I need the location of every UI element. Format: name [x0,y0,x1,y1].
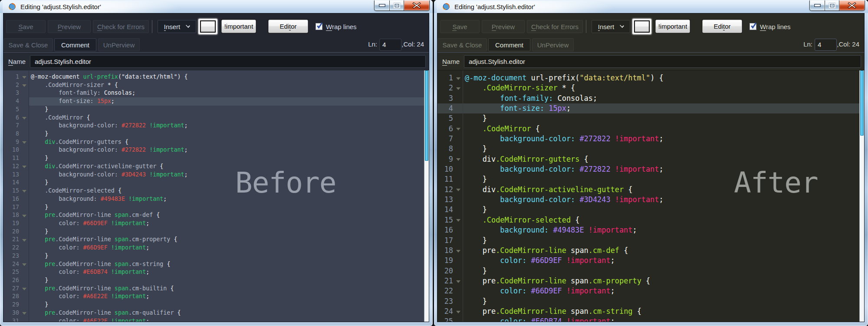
name-label: Name [442,53,460,70]
close-icon[interactable] [404,0,430,11]
scrollbar-thumb[interactable] [425,70,428,161]
fold-arrow-icon[interactable] [22,84,26,87]
save-button[interactable]: Save [6,20,46,33]
unperview-button[interactable]: UnPerview [532,38,574,51]
fold-arrow-icon[interactable] [456,158,460,161]
name-row: Name adjust.Stylish.editor [3,52,429,70]
line-number: 4 [3,97,19,106]
line-number: 24 [437,306,453,316]
vertical-scrollbar[interactable] [424,70,429,322]
column-label: ,Col: 24 [837,38,859,51]
toolbar-separator [586,20,586,33]
line-number: 21 [3,236,19,244]
comment-button[interactable]: Comment [54,38,96,51]
line-number: 2 [437,83,453,93]
fold-arrow-icon[interactable] [456,280,460,283]
save-and-close-button[interactable]: Save & Close [437,38,487,51]
editor-button[interactable]: Editor [268,20,308,33]
line-number: 7 [437,134,453,144]
editor-button[interactable]: Editor [702,20,742,33]
line-number: 22 [437,286,453,296]
fold-arrow-icon[interactable] [456,189,460,191]
toolbar: Save Preview Check for Errors Insert !im… [3,13,429,52]
minimize-button[interactable] [809,0,825,11]
insert-dropdown[interactable]: Insert [158,20,196,33]
style-name-input[interactable]: adjust.Stylish.editor [30,55,426,68]
fold-arrow-icon[interactable] [22,166,26,168]
fold-arrow-icon[interactable] [456,128,460,130]
line-number: 17 [437,236,453,246]
code-line: 24 pre.CodeMirror-line span.cm-string { [3,260,424,269]
style-name-input[interactable]: adjust.Stylish.editor [464,55,861,68]
wrap-lines-label[interactable]: Wrap lines [326,23,357,30]
insert-dropdown[interactable]: Insert [592,20,630,33]
preview-button[interactable]: Preview [48,20,91,33]
fold-arrow-icon[interactable] [22,141,26,144]
code-line: 31 color: #A6E22E !important; [3,317,424,322]
important-button[interactable]: !important [221,20,256,33]
fold-arrow-icon[interactable] [456,250,460,253]
line-number-input[interactable]: 4 [815,39,837,51]
name-label: Name [8,53,26,70]
important-button[interactable]: !important [655,20,690,33]
close-icon[interactable] [839,0,865,11]
preview-button[interactable]: Preview [482,20,525,33]
line-number: 18 [3,211,19,220]
code-line: 21 pre.CodeMirror-line span.cm-property … [3,236,424,244]
color-swatch-button[interactable] [198,19,217,34]
line-number: 10 [3,146,19,154]
line-number: 28 [3,293,19,301]
code-line: 26 } [3,276,424,285]
titlebar[interactable]: Editing 'adjust.Stylish.editor' [0,0,433,13]
editor-window-after: Editing 'adjust.Stylish.editor' [434,0,868,326]
fold-arrow-icon[interactable] [22,117,26,120]
unperview-button[interactable]: UnPerview [98,38,140,51]
scrollbar-thumb[interactable] [860,70,864,136]
minimize-button[interactable] [374,0,389,11]
code-line: 23 } [3,252,424,260]
check-for-errors-button[interactable]: Check for Errors [93,20,149,33]
save-button[interactable]: Save [440,20,480,33]
gutter-separator [463,70,463,322]
code-editor[interactable]: 1@-moz-document url-prefix("data:text/ht… [3,70,429,322]
line-number: 7 [3,122,19,130]
line-number: 1 [437,73,453,83]
fold-arrow-icon[interactable] [456,87,460,90]
color-swatch-button[interactable] [632,19,651,34]
fold-arrow-icon[interactable] [456,77,460,80]
maximize-button[interactable] [389,0,404,11]
dialog-content: Save Preview Check for Errors Insert !im… [3,13,429,322]
titlebar[interactable]: Editing 'adjust.Stylish.editor' [434,0,868,13]
code-line: 27 pre.CodeMirror-line span.cm-builtin { [3,285,424,293]
fold-arrow-icon[interactable] [22,239,26,242]
fold-arrow-icon[interactable] [22,190,26,193]
vertical-scrollbar[interactable] [859,70,864,322]
save-and-close-button[interactable]: Save & Close [3,38,53,51]
fold-arrow-icon[interactable] [22,263,26,266]
code-editor[interactable]: 1@-moz-document url-prefix("data:text/ht… [437,70,864,322]
code-line: 15 .CodeMirror-selected { [3,187,424,195]
toolbar: Save Preview Check for Errors Insert !im… [437,13,864,52]
comment-button[interactable]: Comment [488,38,530,51]
line-number: 6 [437,124,453,134]
code-line: 9 div.CodeMirror-gutters { [437,154,859,164]
check-for-errors-button[interactable]: Check for Errors [527,20,583,33]
code-line: 7 background-color: #272822 !important; [3,122,424,130]
line-number: 8 [3,130,19,138]
fold-arrow-icon[interactable] [22,215,26,217]
fold-arrow-icon[interactable] [456,311,460,313]
line-number-input[interactable]: 4 [379,39,401,51]
line-number: 12 [3,163,19,171]
wrap-lines-checkbox[interactable] [316,23,322,30]
line-number: 9 [3,138,19,146]
maximize-button[interactable] [825,0,839,11]
code-line: 2 .CodeMirror-sizer * { [3,81,424,90]
fold-arrow-icon[interactable] [22,312,26,315]
wrap-lines-checkbox[interactable] [750,23,756,30]
line-number: 20 [3,228,19,236]
fold-arrow-icon[interactable] [22,76,26,79]
fold-arrow-icon[interactable] [456,219,460,222]
gutter-separator [29,70,29,322]
wrap-lines-label[interactable]: Wrap lines [760,23,791,30]
fold-arrow-icon[interactable] [22,288,26,290]
